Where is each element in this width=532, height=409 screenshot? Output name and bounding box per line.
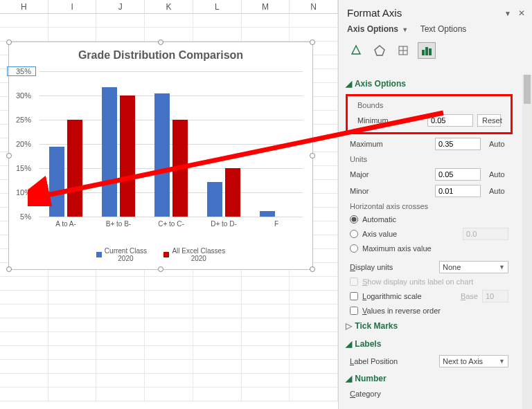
maximum-label: Maximum — [350, 140, 435, 148]
reverse-order-checkbox[interactable] — [350, 307, 358, 315]
bar[interactable] — [154, 93, 170, 217]
column-headers: H I J K L M N — [0, 0, 338, 14]
show-units-label-checkbox — [350, 278, 358, 286]
crosses-axis-value-input — [463, 228, 508, 240]
section-labels[interactable]: ◢ Labels — [343, 335, 515, 353]
selection-handle[interactable] — [310, 266, 315, 272]
x-axis[interactable]: A to A-B+ to B-C+ to C-D+ to D-F — [39, 217, 303, 228]
display-units-label: Display units — [350, 263, 439, 271]
pane-title: Format Axis — [347, 7, 524, 19]
svg-rect-7 — [422, 50, 425, 55]
task-pane-options-icon[interactable]: ▼ — [504, 10, 511, 17]
section-tick-marks[interactable]: ▷ Tick Marks — [343, 317, 515, 335]
maximum-input[interactable] — [435, 138, 481, 150]
crosses-header: Horizontal axis crosses — [343, 199, 515, 213]
x-category[interactable]: B+ to B- — [92, 217, 145, 228]
chevron-down-icon: ▼ — [499, 358, 505, 365]
minor-input[interactable] — [435, 185, 481, 197]
crosses-axis-value-radio[interactable] — [350, 230, 358, 238]
x-category[interactable]: C+ to C- — [145, 217, 197, 228]
bar[interactable] — [67, 120, 82, 217]
pane-scrollbar[interactable] — [522, 75, 532, 409]
log-scale-label: Logarithmic scale — [362, 292, 461, 300]
selection-handle[interactable] — [158, 39, 163, 45]
minimum-input[interactable] — [427, 114, 473, 127]
bar[interactable] — [102, 87, 117, 217]
x-category[interactable]: A to A- — [39, 217, 92, 228]
display-units-dropdown[interactable]: None▼ — [439, 261, 508, 273]
selection-handle[interactable] — [310, 153, 315, 158]
selection-handle[interactable] — [6, 39, 12, 45]
legend-swatch — [96, 252, 102, 257]
log-base-input — [482, 290, 508, 302]
col-header[interactable]: K — [145, 0, 193, 13]
legend-item[interactable]: All Excel Classes 2020 — [163, 247, 225, 262]
col-header[interactable]: M — [242, 0, 290, 13]
svg-marker-3 — [375, 46, 384, 55]
section-number[interactable]: ◢ Number — [343, 370, 515, 388]
y-axis[interactable]: 5%10%15%20%25%30%35% — [9, 71, 35, 217]
reverse-order-label: Values in reverse order — [362, 307, 441, 315]
axis-options-icon[interactable] — [418, 42, 436, 59]
units-header: Units — [343, 152, 515, 166]
col-header[interactable]: L — [193, 0, 242, 13]
log-scale-checkbox[interactable] — [350, 292, 358, 300]
auto-button[interactable]: Auto — [485, 138, 508, 149]
section-axis-options[interactable]: ◢ Axis Options — [343, 75, 515, 93]
bar[interactable] — [49, 147, 64, 217]
minor-label: Minor — [350, 187, 435, 195]
legend[interactable]: Current Class 2020 All Excel Classes 202… — [9, 247, 312, 262]
bar[interactable] — [172, 120, 188, 217]
crosses-axis-value-label: Axis value — [362, 230, 463, 238]
crosses-automatic-radio[interactable] — [350, 215, 358, 224]
major-input[interactable] — [435, 168, 481, 181]
legend-label: All Excel Classes 2020 — [172, 247, 225, 262]
x-category[interactable]: D+ to D- — [197, 217, 250, 228]
bar[interactable] — [260, 211, 275, 217]
chart-title[interactable]: Grade Distribution Comparison — [9, 42, 312, 62]
selection-handle[interactable] — [6, 266, 12, 272]
close-icon[interactable]: ✕ — [518, 8, 525, 18]
annotation-highlight: Bounds Minimum Reset — [346, 94, 513, 134]
size-properties-icon[interactable] — [394, 42, 412, 59]
selection-handle[interactable] — [158, 266, 163, 272]
bounds-header: Bounds — [351, 98, 508, 112]
plot-area[interactable] — [39, 71, 303, 217]
svg-rect-9 — [429, 48, 432, 55]
label-position-dropdown[interactable]: Next to Axis▼ — [439, 355, 508, 367]
log-base-label: Base — [461, 292, 478, 300]
tab-text-options[interactable]: Text Options — [420, 24, 467, 34]
legend-swatch — [163, 252, 169, 257]
col-header[interactable]: N — [290, 0, 338, 13]
crosses-max-value-label: Maximum axis value — [362, 244, 432, 253]
label-position-label: Label Position — [350, 357, 439, 365]
show-units-label-label: Show display units label on chart — [362, 278, 473, 286]
selection-handle[interactable] — [310, 39, 315, 45]
category-label: Category — [350, 390, 508, 398]
chevron-down-icon: ▼ — [499, 264, 505, 271]
col-header[interactable]: H — [0, 0, 48, 13]
auto-button[interactable]: Auto — [485, 185, 508, 197]
svg-marker-2 — [352, 46, 360, 54]
col-header[interactable]: I — [48, 0, 97, 13]
effects-icon[interactable] — [371, 42, 389, 59]
tab-axis-options[interactable]: Axis Options ▼ — [347, 24, 408, 34]
col-header[interactable]: J — [96, 0, 145, 13]
bar[interactable] — [207, 182, 222, 217]
reset-button[interactable]: Reset — [477, 114, 501, 127]
bar[interactable] — [225, 168, 240, 217]
legend-item[interactable]: Current Class 2020 — [96, 247, 147, 262]
legend-label: Current Class 2020 — [105, 247, 147, 262]
auto-button[interactable]: Auto — [485, 169, 508, 180]
bar[interactable] — [120, 96, 135, 217]
chart-object[interactable]: Grade Distribution Comparison 5%10%15%20… — [8, 42, 313, 270]
crosses-max-value-radio[interactable] — [350, 244, 358, 253]
major-label: Major — [350, 170, 435, 179]
x-category[interactable]: F — [250, 217, 303, 228]
chevron-down-icon: ▼ — [402, 26, 408, 33]
fill-line-icon[interactable] — [347, 42, 365, 59]
format-axis-pane: Format Axis ▼ ✕ Axis Options ▼ Text Opti… — [338, 0, 532, 409]
minimum-label: Minimum — [357, 116, 427, 125]
scrollbar-thumb[interactable] — [524, 75, 531, 104]
crosses-automatic-label: Automatic — [362, 215, 396, 224]
